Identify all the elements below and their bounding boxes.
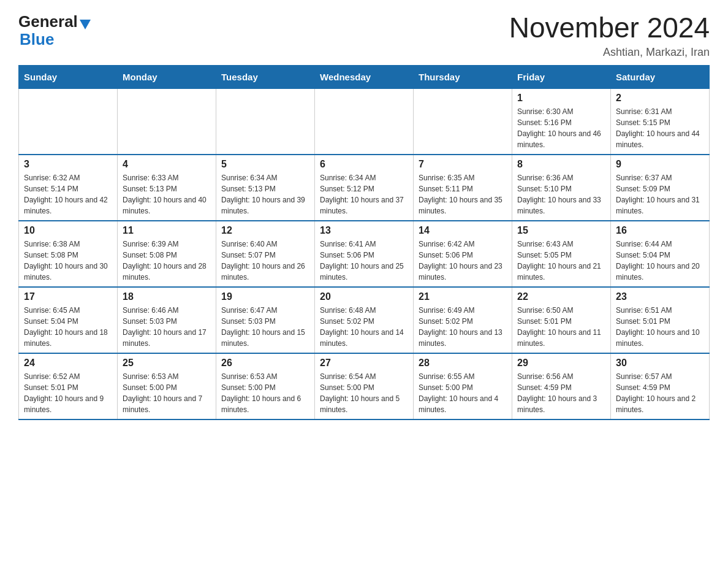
calendar-cell: 19Sunrise: 6:47 AMSunset: 5:03 PMDayligh…: [216, 287, 315, 353]
day-number: 15: [517, 225, 605, 236]
day-number: 4: [123, 159, 211, 170]
day-number: 8: [517, 159, 605, 170]
day-info: Sunrise: 6:40 AMSunset: 5:07 PMDaylight:…: [221, 239, 309, 283]
calendar-cell: 26Sunrise: 6:53 AMSunset: 5:00 PMDayligh…: [216, 353, 315, 419]
day-info: Sunrise: 6:42 AMSunset: 5:06 PMDaylight:…: [419, 239, 507, 283]
day-number: 2: [616, 93, 704, 104]
day-number: 9: [616, 159, 704, 170]
logo: General Blue: [18, 12, 91, 47]
calendar-cell: 10Sunrise: 6:38 AMSunset: 5:08 PMDayligh…: [19, 221, 118, 287]
calendar-cell: 30Sunrise: 6:57 AMSunset: 4:59 PMDayligh…: [611, 353, 710, 419]
day-info: Sunrise: 6:57 AMSunset: 4:59 PMDaylight:…: [616, 371, 704, 415]
day-number: 28: [419, 358, 507, 369]
weekday-header-saturday: Saturday: [611, 65, 710, 88]
day-number: 7: [419, 159, 507, 170]
day-info: Sunrise: 6:36 AMSunset: 5:10 PMDaylight:…: [517, 172, 605, 216]
day-number: 19: [221, 291, 309, 302]
day-info: Sunrise: 6:35 AMSunset: 5:11 PMDaylight:…: [419, 172, 507, 216]
page-header: General Blue November 2024 Ashtian, Mark…: [18, 12, 710, 59]
day-number: 29: [517, 358, 605, 369]
day-info: Sunrise: 6:56 AMSunset: 4:59 PMDaylight:…: [517, 371, 605, 415]
day-number: 27: [320, 358, 408, 369]
day-number: 3: [24, 159, 112, 170]
day-info: Sunrise: 6:31 AMSunset: 5:15 PMDaylight:…: [616, 106, 704, 150]
logo-triangle-icon: [80, 20, 91, 29]
day-number: 30: [616, 358, 704, 369]
day-number: 1: [517, 93, 605, 104]
day-number: 21: [419, 291, 507, 302]
location-subtitle: Ashtian, Markazi, Iran: [509, 46, 710, 59]
day-info: Sunrise: 6:53 AMSunset: 5:00 PMDaylight:…: [221, 371, 309, 415]
day-number: 14: [419, 225, 507, 236]
calendar-cell: [315, 88, 414, 155]
day-number: 20: [320, 291, 408, 302]
day-info: Sunrise: 6:46 AMSunset: 5:03 PMDaylight:…: [123, 305, 211, 349]
title-block: November 2024 Ashtian, Markazi, Iran: [509, 12, 710, 59]
day-info: Sunrise: 6:44 AMSunset: 5:04 PMDaylight:…: [616, 239, 704, 283]
day-number: 23: [616, 291, 704, 302]
day-info: Sunrise: 6:48 AMSunset: 5:02 PMDaylight:…: [320, 305, 408, 349]
calendar-cell: 23Sunrise: 6:51 AMSunset: 5:01 PMDayligh…: [611, 287, 710, 353]
day-info: Sunrise: 6:33 AMSunset: 5:13 PMDaylight:…: [123, 172, 211, 216]
logo-blue: Blue: [20, 31, 54, 47]
day-info: Sunrise: 6:39 AMSunset: 5:08 PMDaylight:…: [123, 239, 211, 283]
day-info: Sunrise: 6:47 AMSunset: 5:03 PMDaylight:…: [221, 305, 309, 349]
weekday-header-thursday: Thursday: [414, 65, 512, 88]
day-info: Sunrise: 6:32 AMSunset: 5:14 PMDaylight:…: [24, 172, 112, 216]
weekday-header-monday: Monday: [118, 65, 216, 88]
calendar-cell: 25Sunrise: 6:53 AMSunset: 5:00 PMDayligh…: [118, 353, 216, 419]
calendar-cell: 17Sunrise: 6:45 AMSunset: 5:04 PMDayligh…: [19, 287, 118, 353]
calendar-cell: 21Sunrise: 6:49 AMSunset: 5:02 PMDayligh…: [414, 287, 512, 353]
calendar-cell: [118, 88, 216, 155]
calendar-cell: 7Sunrise: 6:35 AMSunset: 5:11 PMDaylight…: [414, 155, 512, 221]
day-number: 6: [320, 159, 408, 170]
day-number: 11: [123, 225, 211, 236]
calendar-week-4: 17Sunrise: 6:45 AMSunset: 5:04 PMDayligh…: [19, 287, 710, 353]
calendar-cell: 20Sunrise: 6:48 AMSunset: 5:02 PMDayligh…: [315, 287, 414, 353]
calendar-cell: 18Sunrise: 6:46 AMSunset: 5:03 PMDayligh…: [118, 287, 216, 353]
weekday-header-wednesday: Wednesday: [315, 65, 414, 88]
day-info: Sunrise: 6:30 AMSunset: 5:16 PMDaylight:…: [517, 106, 605, 150]
calendar-cell: [216, 88, 315, 155]
day-info: Sunrise: 6:54 AMSunset: 5:00 PMDaylight:…: [320, 371, 408, 415]
calendar-cell: 6Sunrise: 6:34 AMSunset: 5:12 PMDaylight…: [315, 155, 414, 221]
weekday-header-sunday: Sunday: [19, 65, 118, 88]
day-info: Sunrise: 6:52 AMSunset: 5:01 PMDaylight:…: [24, 371, 112, 415]
calendar-cell: [19, 88, 118, 155]
calendar-week-1: 1Sunrise: 6:30 AMSunset: 5:16 PMDaylight…: [19, 88, 710, 155]
day-number: 25: [123, 358, 211, 369]
day-info: Sunrise: 6:51 AMSunset: 5:01 PMDaylight:…: [616, 305, 704, 349]
calendar-week-3: 10Sunrise: 6:38 AMSunset: 5:08 PMDayligh…: [19, 221, 710, 287]
day-info: Sunrise: 6:53 AMSunset: 5:00 PMDaylight:…: [123, 371, 211, 415]
calendar-cell: 11Sunrise: 6:39 AMSunset: 5:08 PMDayligh…: [118, 221, 216, 287]
day-number: 10: [24, 225, 112, 236]
calendar-cell: 3Sunrise: 6:32 AMSunset: 5:14 PMDaylight…: [19, 155, 118, 221]
day-number: 13: [320, 225, 408, 236]
day-info: Sunrise: 6:50 AMSunset: 5:01 PMDaylight:…: [517, 305, 605, 349]
calendar-cell: 5Sunrise: 6:34 AMSunset: 5:13 PMDaylight…: [216, 155, 315, 221]
calendar-table: SundayMondayTuesdayWednesdayThursdayFrid…: [18, 65, 710, 420]
day-number: 12: [221, 225, 309, 236]
calendar-cell: 12Sunrise: 6:40 AMSunset: 5:07 PMDayligh…: [216, 221, 315, 287]
calendar-cell: 2Sunrise: 6:31 AMSunset: 5:15 PMDaylight…: [611, 88, 710, 155]
day-info: Sunrise: 6:45 AMSunset: 5:04 PMDaylight:…: [24, 305, 112, 349]
day-info: Sunrise: 6:38 AMSunset: 5:08 PMDaylight:…: [24, 239, 112, 283]
day-number: 24: [24, 358, 112, 369]
calendar-cell: [414, 88, 512, 155]
calendar-cell: 29Sunrise: 6:56 AMSunset: 4:59 PMDayligh…: [512, 353, 611, 419]
calendar-cell: 27Sunrise: 6:54 AMSunset: 5:00 PMDayligh…: [315, 353, 414, 419]
day-info: Sunrise: 6:49 AMSunset: 5:02 PMDaylight:…: [419, 305, 507, 349]
day-number: 18: [123, 291, 211, 302]
day-number: 17: [24, 291, 112, 302]
weekday-header-row: SundayMondayTuesdayWednesdayThursdayFrid…: [19, 65, 710, 88]
calendar-cell: 15Sunrise: 6:43 AMSunset: 5:05 PMDayligh…: [512, 221, 611, 287]
logo-general: General: [18, 12, 78, 31]
calendar-cell: 16Sunrise: 6:44 AMSunset: 5:04 PMDayligh…: [611, 221, 710, 287]
calendar-cell: 28Sunrise: 6:55 AMSunset: 5:00 PMDayligh…: [414, 353, 512, 419]
calendar-week-5: 24Sunrise: 6:52 AMSunset: 5:01 PMDayligh…: [19, 353, 710, 419]
day-info: Sunrise: 6:43 AMSunset: 5:05 PMDaylight:…: [517, 239, 605, 283]
calendar-cell: 4Sunrise: 6:33 AMSunset: 5:13 PMDaylight…: [118, 155, 216, 221]
day-info: Sunrise: 6:37 AMSunset: 5:09 PMDaylight:…: [616, 172, 704, 216]
calendar-cell: 13Sunrise: 6:41 AMSunset: 5:06 PMDayligh…: [315, 221, 414, 287]
weekday-header-tuesday: Tuesday: [216, 65, 315, 88]
